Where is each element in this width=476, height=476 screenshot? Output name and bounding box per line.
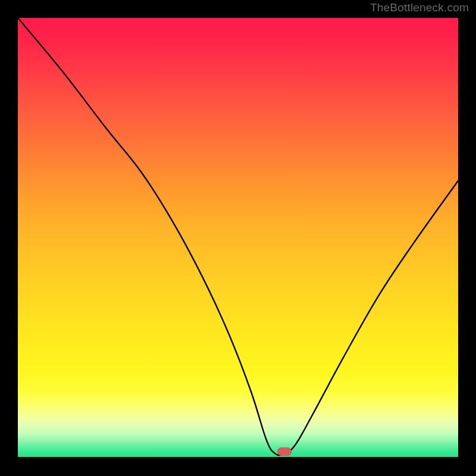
bottleneck-curve bbox=[18, 18, 458, 458]
plot-area bbox=[18, 18, 458, 458]
optimal-marker bbox=[277, 447, 292, 456]
chart-container: TheBottleneck.com bbox=[0, 0, 476, 476]
watermark-text: TheBottleneck.com bbox=[370, 1, 469, 14]
